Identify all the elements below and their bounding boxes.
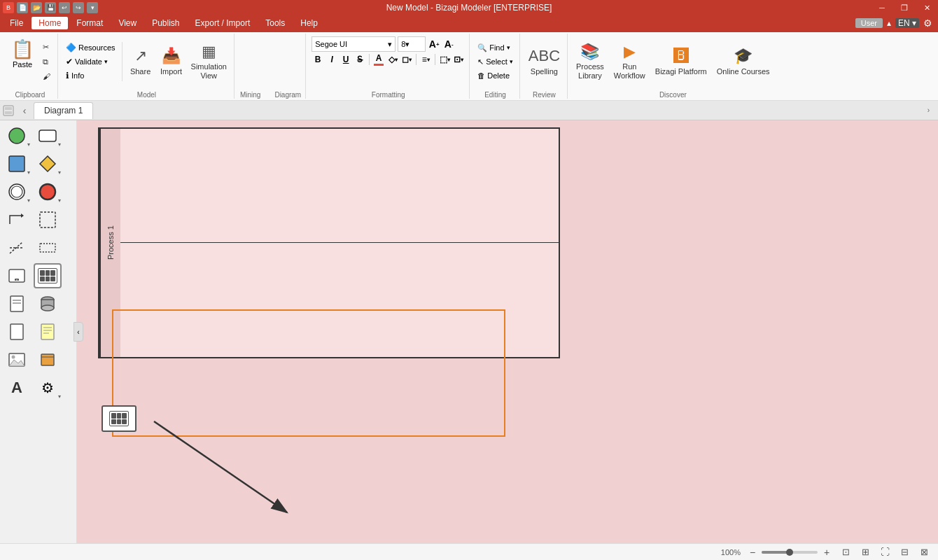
- sequence-flow-tool[interactable]: [3, 207, 31, 232]
- import-button[interactable]: 📥 Import: [158, 41, 186, 82]
- paste-button[interactable]: 📋 Paste: [7, 34, 38, 73]
- canvas-area[interactable]: Process 1: [77, 120, 938, 543]
- title-icons: B 📄 📂 💾 ↩ ↪ ▾: [3, 0, 98, 15]
- lane-1[interactable]: [120, 129, 559, 243]
- font-family-select[interactable]: Segoe UI ▾: [312, 36, 396, 52]
- process-library-button[interactable]: 📚 ProcessLibrary: [573, 41, 607, 82]
- minimize-btn[interactable]: ─: [871, 0, 893, 15]
- artifact-tool[interactable]: ⚙ ▾: [34, 375, 62, 400]
- bizagi-platform-icon: 🅱: [673, 47, 689, 65]
- grid-toggle-button[interactable]: ⊞: [858, 545, 872, 559]
- strikethrough-button[interactable]: S̶: [354, 53, 366, 66]
- menu-view[interactable]: View: [111, 17, 144, 29]
- pool-tool[interactable]: [34, 235, 62, 260]
- tab-scroll-right[interactable]: ›: [927, 106, 930, 114]
- bold-button[interactable]: B: [312, 53, 324, 66]
- lang-btn[interactable]: EN ▾: [895, 18, 919, 28]
- annotation-tool[interactable]: [34, 207, 62, 232]
- run-workflow-button[interactable]: ▶ RunWorkflow: [611, 41, 648, 82]
- undo-icon[interactable]: ↩: [59, 2, 70, 13]
- font-color-icon: A: [376, 53, 382, 63]
- settings-icon[interactable]: ⚙: [923, 18, 932, 29]
- expand-btn[interactable]: ▴: [887, 18, 891, 28]
- copy-button[interactable]: ⧉: [40, 55, 53, 69]
- data-object-tool[interactable]: ▾: [3, 151, 31, 176]
- zoom-slider[interactable]: [762, 551, 818, 554]
- border-color-button[interactable]: ⊡▾: [452, 53, 465, 66]
- find-button[interactable]: 🔍 Find ▾: [475, 41, 512, 54]
- database-tool[interactable]: [34, 291, 62, 316]
- align-button[interactable]: ≡▾: [419, 53, 432, 66]
- delete-button[interactable]: 🗑 Delete: [475, 69, 512, 82]
- document-tool[interactable]: [3, 291, 31, 316]
- spelling-button[interactable]: ABC Spelling: [526, 41, 563, 82]
- svg-point-30: [12, 356, 15, 359]
- quick-access-icon[interactable]: ▾: [87, 2, 98, 13]
- gateway-tool[interactable]: ▾: [34, 151, 62, 176]
- fit-page-button[interactable]: ⊡: [839, 545, 853, 559]
- resources-button[interactable]: 🔷 Resources: [64, 41, 118, 54]
- intermediate-event-tool[interactable]: ▾: [3, 179, 31, 204]
- image-tool[interactable]: [3, 347, 31, 372]
- format-painter-button[interactable]: 🖌: [40, 69, 53, 83]
- online-courses-button[interactable]: 🎓 Online Courses: [714, 41, 773, 82]
- layout-button[interactable]: ⊠: [917, 545, 931, 559]
- cut-button[interactable]: ✂: [40, 40, 53, 54]
- svg-rect-5: [9, 156, 24, 172]
- message-flow-tool[interactable]: [3, 235, 31, 260]
- validate-button[interactable]: ✔ Validate ▾: [64, 55, 118, 68]
- new-icon[interactable]: 📄: [17, 2, 28, 13]
- task-tool[interactable]: ▾: [34, 123, 62, 148]
- open-icon[interactable]: 📂: [31, 2, 42, 13]
- tab-back-button[interactable]: ‹: [17, 103, 32, 118]
- start-event-tool[interactable]: ▾: [3, 123, 31, 148]
- note-tool[interactable]: [34, 319, 62, 344]
- bizagi-platform-button[interactable]: 🅱 Bizagi Platform: [652, 41, 710, 82]
- grow-font-button[interactable]: A+: [428, 38, 440, 50]
- sub-cell-2: [46, 270, 50, 276]
- select-button[interactable]: ↖ Select ▾: [475, 55, 515, 68]
- diagram-tab-1[interactable]: Diagram 1: [34, 102, 93, 119]
- italic-button[interactable]: I: [326, 53, 338, 66]
- view-mode-button[interactable]: ⊟: [897, 545, 911, 559]
- font-size-select[interactable]: 8 ▾: [398, 36, 426, 52]
- restore-btn[interactable]: ❒: [893, 0, 916, 15]
- window-controls[interactable]: ─ ❒ ✕: [871, 0, 938, 15]
- close-btn[interactable]: ✕: [916, 0, 938, 15]
- share-button[interactable]: ↗ Share: [127, 41, 155, 82]
- data-store-tool[interactable]: [34, 347, 62, 372]
- menu-format[interactable]: Format: [69, 17, 110, 29]
- menu-file[interactable]: File: [3, 17, 30, 29]
- font-size-dropdown: ▾: [405, 40, 410, 49]
- zoom-fit-button[interactable]: ⛶: [878, 545, 892, 559]
- collapse-panel-button[interactable]: ‹: [74, 322, 83, 342]
- underline-button[interactable]: U: [340, 53, 352, 66]
- menu-export-import[interactable]: Export / Import: [188, 17, 258, 29]
- menu-publish[interactable]: Publish: [145, 17, 186, 29]
- zoom-in-button[interactable]: +: [820, 546, 833, 559]
- menu-home[interactable]: Home: [31, 17, 68, 29]
- selected-rectangle[interactable]: [112, 309, 505, 437]
- end-event-tool[interactable]: ▾: [34, 179, 62, 204]
- info-button[interactable]: ℹ Info: [64, 69, 118, 82]
- text-tool[interactable]: A: [3, 375, 31, 400]
- title-bar: B 📄 📂 💾 ↩ ↪ ▾ New Model - Bizagi Modeler…: [0, 0, 938, 15]
- save-icon[interactable]: 💾: [45, 2, 56, 13]
- subprocess-expanded-tool[interactable]: [34, 263, 62, 288]
- redo-icon[interactable]: ↪: [73, 2, 84, 13]
- review-label: Review: [526, 90, 563, 99]
- zoom-out-button[interactable]: −: [746, 546, 759, 559]
- subprocess-floating-icon[interactable]: [102, 405, 136, 432]
- menu-tools[interactable]: Tools: [258, 17, 292, 29]
- highlight-color-button[interactable]: ◇▾: [386, 53, 399, 66]
- svg-rect-2: [5, 111, 12, 114]
- simulation-view-button[interactable]: ▦ SimulationView: [188, 41, 230, 82]
- line-color-button[interactable]: ◻▾: [400, 53, 413, 66]
- menu-help[interactable]: Help: [293, 17, 325, 29]
- shrink-font-button[interactable]: A-: [442, 38, 455, 50]
- subprocess-collapsed-tool[interactable]: [3, 263, 31, 288]
- svg-marker-10: [21, 214, 24, 218]
- font-color-button[interactable]: A: [372, 53, 385, 66]
- fill-color2-button[interactable]: ⬚▾: [438, 53, 451, 66]
- text-annotation-tool[interactable]: [3, 319, 31, 344]
